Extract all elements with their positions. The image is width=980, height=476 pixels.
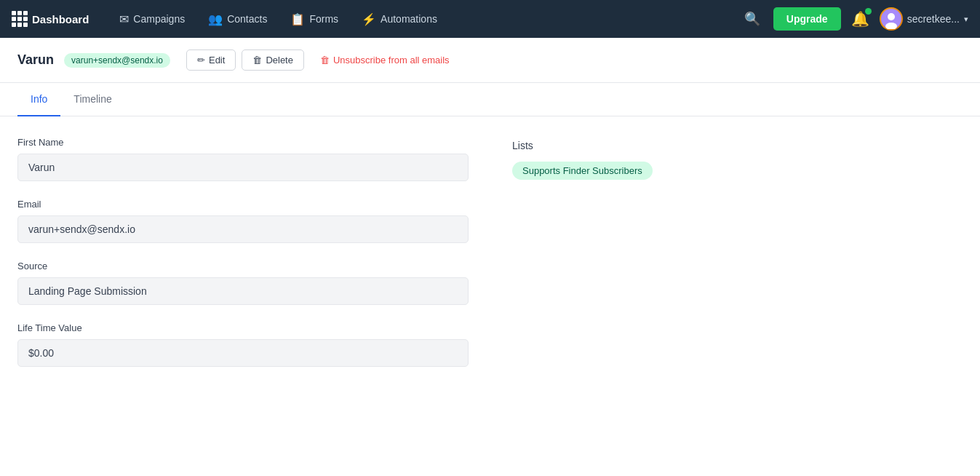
form-section: First Name Varun Email varun+sendx@sendx… [17, 137, 469, 384]
nav-items: ✉ Campaigns 👥 Contacts 📋 Forms ⚡ Automat… [109, 7, 741, 32]
notification-badge [865, 8, 872, 15]
brand-label: Dashboard [32, 13, 89, 25]
grid-icon [12, 11, 28, 27]
navbar: Dashboard ✉ Campaigns 👥 Contacts 📋 Forms… [0, 0, 980, 38]
upgrade-button[interactable]: Upgrade [773, 7, 841, 31]
automations-label: Automations [381, 13, 437, 25]
notifications-button[interactable]: 🔔 [851, 10, 869, 28]
unsubscribe-label: Unsubscribe from all emails [333, 55, 450, 66]
unsubscribe-button[interactable]: 🗑 Unsubscribe from all emails [310, 50, 460, 70]
avatar [880, 7, 903, 31]
delete-icon: 🗑 [252, 55, 262, 66]
tab-timeline[interactable]: Timeline [60, 83, 124, 116]
lists-title: Lists [512, 140, 963, 151]
search-button[interactable]: 🔍 [741, 8, 763, 30]
chevron-down-icon: ▾ [964, 15, 968, 24]
edit-label: Edit [209, 55, 225, 66]
lifetime-value-input[interactable]: $0.00 [17, 339, 469, 367]
email-badge: varun+sendx@sendx.io [64, 53, 170, 68]
first-name-input[interactable]: Varun [17, 154, 469, 181]
tab-info-label: Info [31, 93, 47, 105]
delete-label: Delete [266, 55, 293, 66]
subheader: Varun varun+sendx@sendx.io ✏ Edit 🗑 Dele… [0, 38, 980, 83]
email-field-group: Email varun+sendx@sendx.io [17, 199, 469, 243]
dashboard-nav-item[interactable]: Dashboard [12, 11, 89, 27]
forms-label: Forms [309, 13, 338, 25]
tab-timeline-label: Timeline [73, 93, 111, 105]
delete-button[interactable]: 🗑 Delete [242, 49, 304, 71]
forms-icon: 📋 [290, 12, 305, 26]
source-input[interactable]: Landing Page Submission [17, 277, 469, 305]
contacts-label: Contacts [227, 13, 267, 25]
campaigns-label: Campaigns [133, 13, 185, 25]
lists-section: Lists Supports Finder Subscribers [512, 137, 963, 384]
first-name-label: First Name [17, 137, 469, 148]
email-label: Email [17, 199, 469, 210]
user-name: secretkee... [907, 13, 960, 25]
source-field-group: Source Landing Page Submission [17, 261, 469, 305]
edit-button[interactable]: ✏ Edit [186, 49, 236, 71]
campaigns-icon: ✉ [119, 12, 129, 26]
tabs-bar: Info Timeline [0, 83, 980, 116]
nav-campaigns[interactable]: ✉ Campaigns [109, 7, 195, 32]
user-menu[interactable]: secretkee... ▾ [880, 7, 968, 31]
nav-contacts[interactable]: 👥 Contacts [198, 7, 277, 32]
edit-icon: ✏ [197, 55, 205, 66]
list-tag[interactable]: Supports Finder Subscribers [512, 162, 653, 180]
lifetime-value-field-group: Life Time Value $0.00 [17, 322, 469, 367]
main-content: First Name Varun Email varun+sendx@sendx… [0, 116, 980, 405]
tab-info[interactable]: Info [17, 83, 60, 116]
source-label: Source [17, 261, 469, 271]
email-input[interactable]: varun+sendx@sendx.io [17, 215, 469, 243]
action-buttons: ✏ Edit 🗑 Delete 🗑 Unsubscribe from all e… [186, 49, 460, 71]
nav-forms[interactable]: 📋 Forms [280, 7, 348, 32]
nav-automations[interactable]: ⚡ Automations [351, 7, 447, 32]
first-name-field-group: First Name Varun [17, 137, 469, 181]
unsubscribe-icon: 🗑 [320, 55, 330, 66]
contact-name: Varun [17, 52, 54, 68]
automations-icon: ⚡ [362, 12, 376, 26]
lifetime-value-label: Life Time Value [17, 322, 469, 333]
nav-right: 🔍 Upgrade 🔔 secretkee... ▾ [741, 7, 968, 31]
svg-point-1 [888, 13, 895, 20]
contacts-icon: 👥 [208, 12, 223, 26]
